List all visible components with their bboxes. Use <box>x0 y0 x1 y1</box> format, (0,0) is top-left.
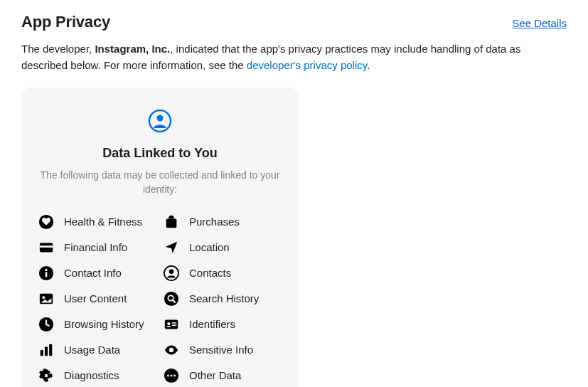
sensitive-info-icon <box>164 342 179 358</box>
card-subtitle: The following data may be collected and … <box>37 168 283 197</box>
developer-name: Instagram, Inc. <box>95 43 170 55</box>
privacy-description: The developer, Instagram, Inc., indicate… <box>21 41 567 73</box>
item-label: User Content <box>64 292 127 304</box>
svg-point-7 <box>45 268 47 270</box>
user-content-icon <box>38 291 54 307</box>
data-linked-card: Data Linked to You The following data ma… <box>21 88 299 387</box>
svg-rect-16 <box>165 319 178 329</box>
svg-rect-6 <box>46 272 48 277</box>
list-item: Purchases <box>164 214 283 230</box>
list-item: Search History <box>164 291 283 307</box>
list-item: Browsing History <box>38 317 158 332</box>
item-label: Usage Data <box>64 344 120 356</box>
svg-point-11 <box>43 296 46 299</box>
purchases-icon <box>164 214 179 230</box>
diagnostics-icon <box>38 368 54 383</box>
item-label: Purchases <box>189 216 240 228</box>
contacts-icon <box>164 265 179 281</box>
privacy-policy-link[interactable]: developer's privacy policy <box>247 59 367 71</box>
list-item: Identifiers <box>164 317 283 332</box>
section-title: App Privacy <box>21 13 110 31</box>
financial-info-icon <box>38 240 54 255</box>
desc-prefix: The developer, <box>21 43 95 55</box>
item-label: Other Data <box>189 369 241 381</box>
identifiers-icon <box>164 317 179 332</box>
list-item: Health & Fitness <box>38 214 158 230</box>
item-label: Health & Fitness <box>64 216 142 228</box>
item-label: Financial Info <box>64 241 127 253</box>
list-item: Financial Info <box>38 240 158 255</box>
list-item: Sensitive Info <box>164 342 283 358</box>
card-title: Data Linked to You <box>37 146 283 161</box>
svg-point-9 <box>169 269 173 273</box>
svg-rect-20 <box>41 350 43 356</box>
list-item: User Content <box>38 291 158 307</box>
svg-point-26 <box>167 374 169 376</box>
svg-rect-21 <box>45 346 48 356</box>
svg-point-17 <box>167 322 170 325</box>
svg-point-23 <box>169 347 173 351</box>
svg-rect-4 <box>40 245 53 248</box>
item-label: Diagnostics <box>64 369 119 381</box>
svg-rect-22 <box>49 344 52 356</box>
location-icon <box>164 240 179 255</box>
item-label: Contacts <box>189 267 231 279</box>
item-label: Search History <box>189 292 259 304</box>
list-item: Location <box>164 240 283 255</box>
item-label: Location <box>189 241 230 253</box>
svg-rect-19 <box>172 324 176 325</box>
data-types-grid: Health & Fitness Purchases Financial Inf… <box>37 214 283 383</box>
item-label: Identifiers <box>189 318 235 330</box>
svg-point-27 <box>171 374 173 376</box>
list-item: Diagnostics <box>38 368 158 383</box>
item-label: Sensitive Info <box>189 344 253 356</box>
svg-point-12 <box>164 292 178 306</box>
list-item: Usage Data <box>38 342 158 358</box>
health-fitness-icon <box>38 214 54 230</box>
svg-rect-18 <box>172 322 176 323</box>
contact-info-icon <box>38 265 54 281</box>
usage-data-icon <box>38 342 54 358</box>
item-label: Browsing History <box>64 318 144 330</box>
list-item: Other Data <box>164 368 283 383</box>
svg-point-28 <box>173 374 176 376</box>
list-item: Contact Info <box>38 265 158 281</box>
see-details-link[interactable]: See Details <box>512 17 567 29</box>
user-circle-icon <box>148 109 172 136</box>
desc-suffix: . <box>367 59 370 71</box>
browsing-history-icon <box>38 317 54 332</box>
svg-point-1 <box>157 115 164 122</box>
list-item: Contacts <box>164 265 283 281</box>
search-history-icon <box>164 291 179 307</box>
item-label: Contact Info <box>64 267 122 279</box>
other-data-icon <box>164 368 179 383</box>
